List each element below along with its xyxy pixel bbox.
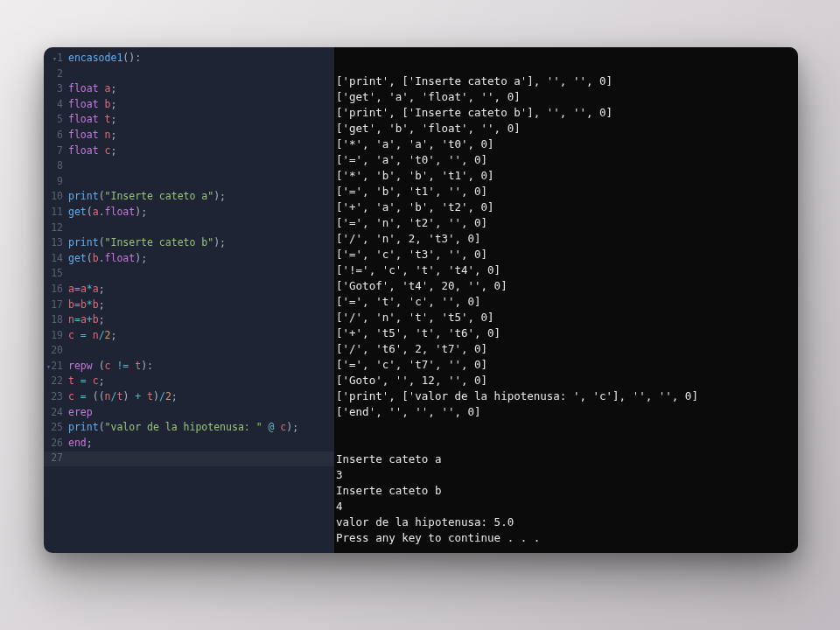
line-number: 6 — [44, 128, 63, 144]
code-line[interactable]: repw (c != t): — [68, 359, 334, 374]
code-line[interactable] — [68, 220, 334, 236]
line-number: 7 — [44, 144, 63, 159]
code-line[interactable] — [68, 174, 334, 190]
fold-icon[interactable]: ▾ — [50, 52, 57, 67]
line-number: 8 — [44, 158, 63, 174]
ide-window: ▾1234567891011121314151617181920▾2122232… — [44, 47, 798, 553]
code-line[interactable]: float c; — [68, 144, 334, 159]
code-line[interactable]: get(a.float); — [68, 205, 334, 220]
code-line[interactable]: float b; — [68, 97, 334, 113]
line-number: 17 — [44, 298, 63, 313]
code-line[interactable]: float n; — [68, 128, 334, 144]
line-number: 14 — [44, 251, 63, 267]
code-line[interactable]: n=a+b; — [68, 312, 334, 328]
line-number: 23 — [44, 389, 63, 405]
line-number: 13 — [44, 235, 63, 251]
code-line[interactable]: erep — [68, 405, 334, 421]
line-gutter: ▾1234567891011121314151617181920▾2122232… — [44, 51, 68, 553]
line-number: 2 — [44, 66, 63, 82]
line-number: 12 — [44, 220, 63, 236]
code-line[interactable]: encasode1(): — [68, 51, 334, 66]
code-line[interactable] — [68, 451, 334, 466]
line-number: 25 — [44, 420, 63, 436]
line-number: 15 — [44, 266, 63, 282]
code-line[interactable]: c = n/2; — [68, 328, 334, 344]
line-number: ▾1 — [44, 51, 63, 66]
code-area[interactable]: encasode1():float a;float b;float t;floa… — [68, 51, 334, 553]
line-number: 20 — [44, 343, 63, 359]
code-line[interactable]: print("valor de la hipotenusa: " @ c); — [68, 420, 334, 436]
code-line[interactable]: float a; — [68, 81, 334, 97]
code-line[interactable]: print("Inserte cateto b"); — [68, 235, 334, 251]
line-number: 11 — [44, 205, 63, 220]
line-number: 19 — [44, 328, 63, 344]
code-line[interactable]: get(b.float); — [68, 251, 334, 267]
code-line[interactable]: a=a*a; — [68, 282, 334, 298]
code-line[interactable] — [68, 266, 334, 282]
line-number: 5 — [44, 112, 63, 128]
line-number: 10 — [44, 189, 63, 205]
code-line[interactable] — [68, 66, 334, 82]
code-line[interactable]: print("Inserte cateto a"); — [68, 189, 334, 205]
code-line[interactable]: end; — [68, 436, 334, 452]
code-line[interactable]: t = c; — [68, 374, 334, 389]
line-number: 18 — [44, 312, 63, 328]
line-number: 16 — [44, 282, 63, 298]
line-number: 4 — [44, 97, 63, 113]
output-panel: ['print', ['Inserte cateto a'], '', '', … — [334, 47, 798, 553]
code-line[interactable]: float t; — [68, 112, 334, 128]
fold-icon[interactable]: ▾ — [44, 360, 51, 375]
line-number: 9 — [44, 174, 63, 190]
line-number: 3 — [44, 81, 63, 97]
line-number: 26 — [44, 436, 63, 452]
code-line[interactable]: c = ((n/t) + t)/2; — [68, 389, 334, 405]
code-editor[interactable]: ▾1234567891011121314151617181920▾2122232… — [44, 47, 334, 553]
code-line[interactable]: b=b*b; — [68, 298, 334, 313]
code-line[interactable] — [68, 158, 334, 174]
line-number: ▾21 — [44, 359, 63, 374]
line-number: 22 — [44, 374, 63, 389]
code-line[interactable] — [68, 343, 334, 359]
line-number: 24 — [44, 405, 63, 421]
